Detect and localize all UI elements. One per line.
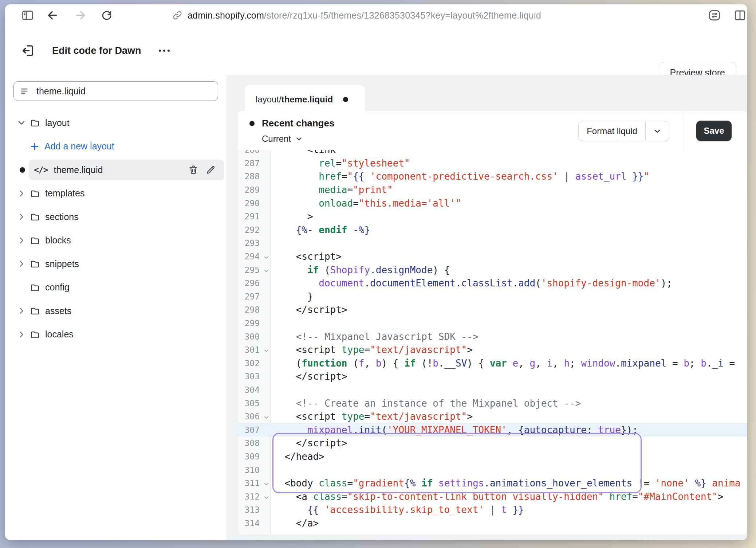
line-number: 299 [244,318,260,328]
chevron-right-icon [17,307,25,315]
line-number: 309 [244,452,260,461]
fold-icon [264,255,269,260]
pencil-icon [205,164,216,175]
code-line: 295 if (Shopify.designMode) { [238,263,747,277]
code-line: 294 <script> [238,250,747,263]
save-button[interactable]: Save [696,121,732,141]
tree-item-blocks[interactable]: blocks [5,229,227,253]
line-number: 301 [244,345,260,355]
code-text: document.documentElement.classList.add('… [271,278,672,289]
tree-item-snippets[interactable]: snippets [5,252,227,276]
code-line: 310 [238,463,747,477]
unsaved-dot [343,97,348,102]
exit-icon [20,43,36,58]
line-number: 296 [244,278,260,288]
tree-item-label: assets [45,306,71,316]
tree-item-layout[interactable]: layout [5,111,227,135]
fold-icon [264,268,269,274]
file-search-box[interactable] [13,81,218,101]
code-line: 291 > [238,210,747,223]
folder-icon [30,329,40,340]
reload-icon[interactable] [101,9,113,21]
app-header: Edit code for Dawn Preview store [5,26,747,75]
recent-changes-label: Recent changes [262,118,334,129]
code-line: 287 rel="stylesheet" [238,157,747,170]
delete-file-button[interactable] [188,164,199,175]
code-line: 309 </head> [238,450,747,463]
line-number: 292 [244,225,260,235]
line-number: 290 [244,199,260,208]
code-line: 314 </a> [238,517,747,530]
code-text: (function (f, b) { if (!b.__SV) { var e,… [271,358,741,369]
forward-icon[interactable] [74,9,87,22]
fold-toggle[interactable] [264,415,269,420]
fold-icon [264,348,269,353]
fold-toggle[interactable] [264,481,269,487]
tree-item-label: config [45,282,70,293]
fold-icon [264,415,269,420]
split-view-icon[interactable] [733,9,747,22]
file-search-input[interactable] [36,86,212,97]
code-line: 303 </script> [238,370,747,383]
code-line: 288 href="{{ 'component-predictive-searc… [238,170,747,183]
tree-item-sections[interactable]: sections [5,205,227,229]
chevron-right-icon [17,260,25,268]
tree-item-label: locales [45,329,74,340]
browser-window: admin.shopify.com/store/rzq1xu-f5/themes… [5,4,747,540]
line-number: 305 [244,399,260,408]
fold-toggle[interactable] [264,268,269,274]
code-line: 306 <script type="text/javascript"> [238,410,747,423]
tab-path-prefix: layout/ [256,94,281,105]
code-file-icon: </> [34,165,48,175]
exit-code-editor-button[interactable] [20,42,36,59]
folder-icon [30,235,40,246]
code-text: <!-- Mixpanel Javascript SDK --> [271,331,479,342]
tree-item-config[interactable]: config [5,276,227,300]
tree-item-label: sections [45,212,79,222]
tree-item-locales[interactable]: locales [5,323,227,347]
code-text: <script type="text/javascript"> [271,344,473,355]
code-line: 292 {%- endif -%} [238,223,747,237]
url-path: /store/rzq1xu-f5/themes/132683530345?key… [264,10,541,20]
line-number: 307 [244,425,260,435]
code-text: </script> [271,438,347,449]
rename-file-button[interactable] [205,164,216,175]
version-dropdown[interactable]: Current [262,134,303,144]
code-line: 313 {{ 'accessibility.skip_to_text' | t … [238,503,747,517]
add-new-layout-action[interactable]: Add a new layout [5,135,227,158]
code-line: 307 mixpanel.init('YOUR_MIXPANEL_TOKEN',… [238,423,747,437]
tree-item-templates[interactable]: templates [5,182,227,206]
format-liquid-dropdown[interactable] [645,121,669,141]
format-liquid-button[interactable]: Format liquid [578,121,669,141]
tree-item-theme.liquid[interactable]: </>theme.liquid [5,158,227,182]
sidebar-toggle-icon[interactable] [21,9,34,22]
page-settings-icon[interactable] [708,9,721,22]
code-line: 299 [238,317,747,330]
folder-icon [30,282,40,293]
code-line: 293 [238,236,747,250]
fold-toggle[interactable] [264,495,269,500]
code-text: <script type="text/javascript"> [271,411,473,422]
chevron-right-icon [17,236,25,244]
code-text: <script> [271,251,342,262]
folder-icon [30,118,40,128]
code-editor-tab[interactable]: layout/theme.liquid [245,85,365,114]
code-line: 304 [238,383,747,397]
line-number: 302 [244,359,260,368]
back-icon[interactable] [46,9,59,22]
code-editor[interactable]: 286 <link287 rel="stylesheet"288 href="{… [238,150,747,535]
line-number: 286 [244,150,260,154]
code-line: 289 media="print" [238,183,747,197]
tree-item-assets[interactable]: assets [5,299,227,323]
editor-card: Recent changes Current Format liquid [238,111,747,535]
more-options-button[interactable] [155,46,173,55]
line-number: 293 [244,238,260,248]
fold-toggle[interactable] [264,255,269,260]
fold-toggle[interactable] [264,348,269,353]
code-text: rel="stylesheet" [271,158,410,169]
code-line: 290 onload="this.media='all'" [238,196,747,210]
line-number: 291 [244,212,260,221]
url-bar[interactable]: admin.shopify.com/store/rzq1xu-f5/themes… [172,4,541,26]
code-text: {%- endif -%} [271,224,370,235]
selected-file-pill[interactable]: </>theme.liquid [29,160,224,180]
